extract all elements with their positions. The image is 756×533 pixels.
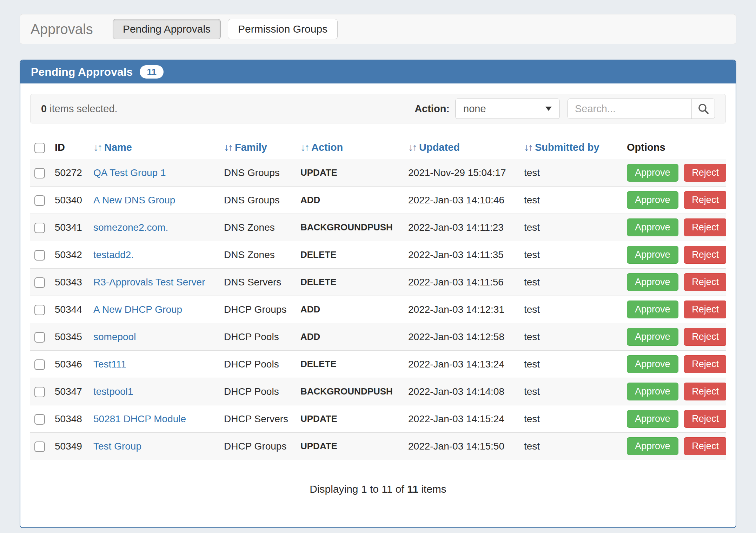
row-name-link[interactable]: Test Group: [93, 441, 141, 452]
row-checkbox[interactable]: [34, 332, 45, 343]
row-family: DNS Groups: [220, 187, 296, 214]
column-header-name[interactable]: ↓↑Name: [89, 137, 220, 159]
select-all-checkbox[interactable]: [34, 143, 45, 153]
row-checkbox[interactable]: [34, 441, 45, 452]
row-name-link[interactable]: 50281 DHCP Module: [93, 413, 186, 424]
reject-button[interactable]: Reject: [684, 191, 726, 209]
reject-button[interactable]: Reject: [684, 218, 726, 236]
approve-button[interactable]: Approve: [627, 410, 678, 428]
row-checkbox-cell: [30, 269, 51, 296]
reject-button[interactable]: Reject: [684, 301, 726, 318]
column-header-submitted-by[interactable]: ↓↑Submitted by: [520, 137, 623, 159]
approve-button[interactable]: Approve: [627, 164, 678, 182]
search-input[interactable]: [568, 99, 691, 119]
row-name-link[interactable]: testadd2.: [93, 249, 134, 260]
row-checkbox[interactable]: [34, 223, 45, 233]
row-name-cell: Test111: [89, 351, 220, 378]
row-checkbox[interactable]: [34, 387, 45, 397]
row-checkbox[interactable]: [34, 277, 45, 288]
row-checkbox[interactable]: [34, 414, 45, 425]
row-updated: 2022-Jan-03 14:12:31: [404, 296, 520, 323]
row-updated: 2022-Jan-03 14:10:46: [404, 187, 520, 214]
row-name-link[interactable]: testpool1: [93, 386, 133, 397]
row-name-link[interactable]: somezone2.com.: [93, 222, 168, 233]
row-id: 50340: [51, 187, 89, 214]
selected-text: items selected.: [47, 103, 117, 114]
column-header-family[interactable]: ↓↑Family: [220, 137, 296, 159]
row-family: DHCP Groups: [220, 433, 296, 460]
row-name-link[interactable]: QA Test Group 1: [93, 167, 166, 178]
row-updated: 2022-Jan-03 14:14:08: [404, 378, 520, 405]
table-row: 50272 QA Test Group 1 DNS Groups UPDATE …: [30, 159, 726, 187]
row-options-cell: Approve Reject: [623, 214, 726, 241]
row-name-link[interactable]: R3-Approvals Test Server: [93, 277, 205, 288]
row-checkbox[interactable]: [34, 305, 45, 315]
search-group: [568, 99, 715, 119]
table-row: 50348 50281 DHCP Module DHCP Servers UPD…: [30, 405, 726, 433]
column-header-label: Family: [235, 142, 267, 153]
pagination-total: 11: [407, 483, 418, 495]
reject-button[interactable]: Reject: [684, 355, 726, 373]
approve-button[interactable]: Approve: [627, 246, 678, 264]
table-row: 50341 somezone2.com. DNS Zones BACKGROUN…: [30, 214, 726, 241]
search-button[interactable]: [691, 99, 715, 119]
row-checkbox-cell: [30, 433, 51, 460]
row-action: ADD: [296, 187, 404, 214]
pending-count-badge: 11: [140, 65, 164, 79]
row-checkbox[interactable]: [34, 359, 45, 370]
row-options-cell: Approve Reject: [623, 296, 726, 323]
row-options-cell: Approve Reject: [623, 351, 726, 378]
row-id: 50349: [51, 433, 89, 460]
row-name-link[interactable]: A New DHCP Group: [93, 304, 182, 315]
row-submitted-by: test: [520, 351, 623, 378]
pending-approvals-table: ID↓↑Name↓↑Family↓↑Action↓↑Updated↓↑Submi…: [30, 137, 726, 460]
column-header-updated[interactable]: ↓↑Updated: [404, 137, 520, 159]
approve-button[interactable]: Approve: [627, 191, 678, 209]
approve-button[interactable]: Approve: [627, 383, 678, 400]
row-checkbox[interactable]: [34, 195, 45, 206]
row-updated: 2022-Jan-03 14:11:35: [404, 241, 520, 269]
row-name-cell: testadd2.: [89, 241, 220, 269]
approve-button[interactable]: Approve: [627, 355, 678, 373]
approve-button[interactable]: Approve: [627, 301, 678, 318]
row-id: 50342: [51, 241, 89, 269]
row-action: DELETE: [296, 241, 404, 269]
row-options-cell: Approve Reject: [623, 433, 726, 460]
row-action: UPDATE: [296, 405, 404, 433]
approve-button[interactable]: Approve: [627, 273, 678, 291]
row-checkbox[interactable]: [34, 168, 45, 178]
column-header-label: Action: [311, 142, 343, 153]
reject-button[interactable]: Reject: [684, 246, 726, 264]
reject-button[interactable]: Reject: [684, 273, 726, 291]
row-options-cell: Approve Reject: [623, 323, 726, 351]
action-select[interactable]: none: [455, 99, 560, 119]
table-row: 50347 testpool1 DHCP Pools BACKGROUNDPUS…: [30, 378, 726, 405]
approve-button[interactable]: Approve: [627, 218, 678, 236]
reject-button[interactable]: Reject: [684, 164, 726, 182]
row-options-cell: Approve Reject: [623, 187, 726, 214]
row-family: DHCP Servers: [220, 405, 296, 433]
column-header-label: Name: [104, 142, 132, 153]
reject-button[interactable]: Reject: [684, 437, 726, 455]
row-updated: 2022-Jan-03 14:13:24: [404, 351, 520, 378]
approve-button[interactable]: Approve: [627, 437, 678, 455]
row-submitted-by: test: [520, 159, 623, 187]
tab-pending-approvals[interactable]: Pending Approvals: [113, 19, 221, 39]
approve-button[interactable]: Approve: [627, 328, 678, 346]
reject-button[interactable]: Reject: [684, 383, 726, 400]
table-row: 50346 Test111 DHCP Pools DELETE 2022-Jan…: [30, 351, 726, 378]
column-header-label: Submitted by: [535, 142, 599, 153]
sort-icon: ↓↑: [524, 142, 532, 153]
row-name-link[interactable]: somepool: [93, 331, 136, 342]
row-checkbox[interactable]: [34, 250, 45, 261]
row-name-link[interactable]: A New DNS Group: [93, 195, 175, 205]
row-checkbox-cell: [30, 351, 51, 378]
row-name-link[interactable]: Test111: [93, 359, 126, 370]
column-header-action[interactable]: ↓↑Action: [296, 137, 404, 159]
reject-button[interactable]: Reject: [684, 410, 726, 428]
row-name-cell: A New DNS Group: [89, 187, 220, 214]
tab-permission-groups[interactable]: Permission Groups: [228, 19, 338, 39]
reject-button[interactable]: Reject: [684, 328, 726, 346]
row-family: DNS Servers: [220, 269, 296, 296]
row-updated: 2022-Jan-03 14:11:23: [404, 214, 520, 241]
